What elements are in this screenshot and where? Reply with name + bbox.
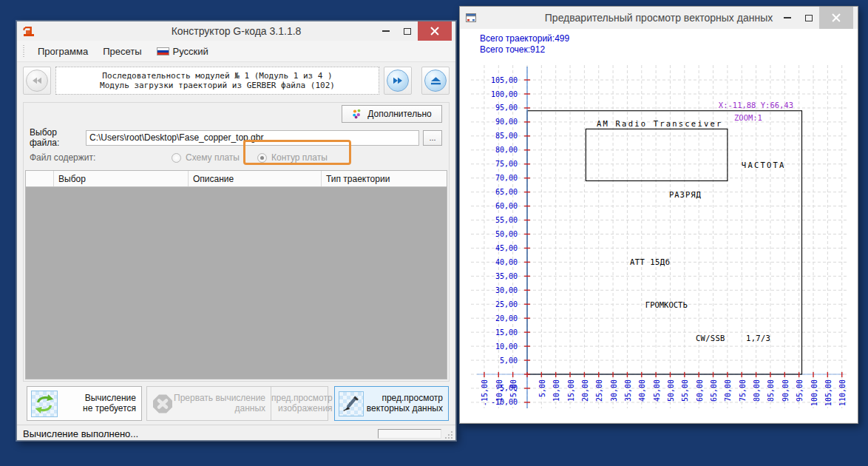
svg-text:10,00: 10,00 [552, 379, 560, 402]
svg-text:-10,00: -10,00 [491, 398, 518, 406]
svg-text:75,00: 75,00 [739, 379, 747, 402]
svg-text:15,00: 15,00 [495, 328, 518, 337]
eject-module-button[interactable] [421, 67, 450, 95]
svg-text:95,00: 95,00 [495, 104, 518, 112]
progress-bar [378, 429, 441, 439]
svg-text:60,00: 60,00 [696, 379, 704, 402]
menu-grip-icon [23, 45, 24, 57]
plot-stats: Всего траекторий:499 Всего точек:912 [480, 33, 569, 55]
winform-icon [465, 12, 478, 24]
minimize-icon [784, 17, 791, 18]
table-header-choice[interactable]: Выбор [54, 171, 189, 186]
radio-board-schematic[interactable]: Схему платы [172, 152, 240, 163]
table-header-description[interactable]: Описание [189, 171, 322, 186]
preview-titlebar[interactable]: Предварительный просмотр векторных данны… [460, 7, 858, 29]
radio-unselected-icon [172, 153, 181, 163]
prev-module-button[interactable] [23, 67, 51, 95]
preview-vector-button[interactable]: пред.просмотр векторных данных [334, 386, 449, 421]
advanced-button-label: Дополнительно [367, 109, 431, 119]
next-module-button[interactable] [384, 67, 412, 95]
svg-text:110,00: 110,00 [838, 379, 847, 406]
calc-label-line2: не требуется [83, 403, 136, 413]
svg-text:65,00: 65,00 [710, 379, 718, 402]
menubar: Программа Пресеты Русский [17, 41, 455, 62]
total-points: Всего точек:912 [480, 44, 569, 55]
svg-text:25,00: 25,00 [595, 379, 603, 402]
svg-text:CW/SSB: CW/SSB [696, 334, 725, 342]
svg-text:ГРОМКОСТЬ: ГРОМКОСТЬ [645, 300, 688, 309]
preview-caption-buttons [776, 7, 858, 29]
svg-text:70,00: 70,00 [495, 174, 518, 182]
svg-text:65,00: 65,00 [495, 188, 518, 196]
refresh-arrows-icon [31, 391, 58, 417]
abort-label-line1: Прервать вычисление [174, 393, 265, 403]
preview-vector-line2: векторных данных [367, 403, 443, 413]
display-window [586, 129, 728, 180]
gerber-groupbox: Дополнительно Выбор файла: ... Файл соде… [23, 102, 450, 382]
svg-text:60,00: 60,00 [495, 202, 518, 210]
svg-text:5,00: 5,00 [538, 379, 546, 397]
svg-text:15,00: 15,00 [567, 379, 575, 402]
svg-text:105,00: 105,00 [491, 76, 518, 84]
maximize-icon [805, 15, 813, 21]
calc-label-line1: Вычисление [85, 393, 136, 403]
trajectories-table: Выбор Описание Тип траектории [25, 170, 447, 379]
table-header-trajectory-type[interactable]: Тип траектории [322, 171, 447, 186]
total-trajectories: Всего траекторий:499 [480, 33, 569, 44]
preview-image-button[interactable]: пред.просмотр изображения [271, 386, 328, 421]
gcode-titlebar[interactable]: Конструктор G-кода 3.1.1.8 [17, 21, 455, 41]
gcode-window: Конструктор G-кода 3.1.1.8 Программа Пре… [16, 21, 456, 441]
svg-text:85,00: 85,00 [767, 379, 775, 402]
svg-text:75,00: 75,00 [495, 160, 518, 168]
svg-text:90,00: 90,00 [495, 118, 518, 126]
status-text: Вычисление выполнено... [23, 428, 138, 439]
calculate-button[interactable]: Вычисление не требуется [27, 386, 142, 421]
maximize-icon [404, 28, 411, 35]
file-select-row: Выбор файла: ... [30, 129, 442, 146]
module-line1: Последовательность модулей № 1 (Модуль 1… [102, 71, 332, 81]
file-contains-row: Файл содержит: Схему платы Контур платы [30, 149, 442, 166]
menu-presets[interactable]: Пресеты [95, 43, 149, 60]
svg-text:30,00: 30,00 [610, 379, 618, 402]
svg-text:AM Radio Transceiver: AM Radio Transceiver [597, 119, 722, 128]
close-icon [832, 13, 841, 22]
menu-language[interactable]: Русский [149, 43, 216, 60]
file-contains-label: Файл содержит: [30, 152, 95, 163]
minimize-button[interactable] [776, 7, 798, 29]
resize-grip-icon[interactable] [444, 429, 454, 441]
close-button[interactable] [819, 7, 853, 29]
svg-text:30,00: 30,00 [495, 286, 518, 294]
svg-text:ZOOM:1: ZOOM:1 [734, 113, 762, 122]
svg-text:ЧАСТОТА: ЧАСТОТА [742, 161, 786, 169]
table-body-empty[interactable] [26, 187, 447, 379]
stop-cross-icon [152, 394, 174, 414]
app-icon [22, 24, 35, 38]
svg-text:20,00: 20,00 [581, 379, 589, 402]
abort-calculation-button[interactable]: Прервать вычисление данных [146, 386, 271, 421]
svg-text:105,00: 105,00 [824, 379, 833, 406]
table-header-selector[interactable] [26, 171, 54, 186]
svg-text:35,00: 35,00 [624, 379, 632, 402]
menu-program[interactable]: Программа [30, 43, 95, 60]
maximize-button[interactable] [798, 7, 819, 29]
double-arrow-left-icon [26, 70, 48, 92]
svg-text:50,00: 50,00 [495, 230, 518, 238]
colored-dots-icon [352, 109, 363, 119]
advanced-button[interactable]: Дополнительно [342, 105, 442, 123]
svg-text:40,00: 40,00 [495, 258, 518, 266]
svg-text:90,00: 90,00 [781, 379, 790, 402]
gcode-caption-buttons [375, 21, 455, 41]
preview-image-line1: пред.просмотр [271, 393, 333, 403]
browse-button[interactable]: ... [423, 130, 442, 146]
svg-text:1,7/3: 1,7/3 [746, 334, 770, 342]
svg-text:X:-11,88 Y:66,43: X:-11,88 Y:66,43 [719, 101, 793, 109]
svg-text:55,00: 55,00 [495, 216, 518, 224]
minimize-button[interactable] [375, 21, 396, 41]
svg-text:80,00: 80,00 [495, 146, 518, 154]
maximize-button[interactable] [396, 21, 418, 41]
file-select-label: Выбор файла: [30, 127, 86, 148]
statusbar: Вычисление выполнено... [17, 425, 455, 442]
desktop: { "desktop": { "background": "#18396E" }… [0, 0, 868, 466]
vector-plot[interactable]: AM Radio TransceiverЧАСТОТАРАЗРЯДАТТ 15Д… [471, 65, 847, 408]
close-button[interactable] [418, 21, 452, 41]
